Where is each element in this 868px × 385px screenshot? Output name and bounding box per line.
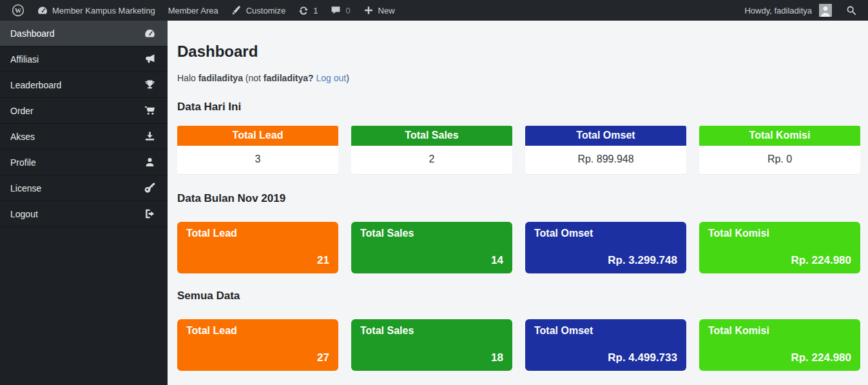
greeting-username: fadiladitya [198,73,243,83]
card-value: Rp. 224.980 [791,254,851,267]
card-total-lead: Total Lead3 [177,126,338,174]
gauge-icon [144,28,155,39]
card-total-komisi: Total KomisiRp. 224.980 [699,319,860,371]
card-label: Total Omset [534,325,677,337]
comments-count: 0 [345,6,350,15]
sidebar-item-order[interactable]: Order [0,98,168,124]
card-total-sales: Total Sales2 [351,126,512,174]
card-total-omset: Total OmsetRp. 899.948 [525,126,686,174]
card-label: Total Omset [534,228,677,239]
card-value: 27 [317,351,329,364]
site-name-link[interactable]: Member Kampus Marketing [31,0,162,21]
gauge-icon [37,5,48,15]
svg-text:W: W [15,7,21,14]
section-heading: Data Bulan Nov 2019 [177,192,860,205]
plus-icon [363,5,374,15]
card-label: Total Sales [360,325,503,337]
card-value: Rp. 899.948 [525,146,686,174]
updates-count: 1 [313,6,318,15]
card-total-komisi: Total KomisiRp. 224.980 [699,222,860,273]
card-label: Total Komisi [708,325,851,337]
sidebar-item-leaderboard[interactable]: Leaderboard [0,72,168,98]
sidebar-item-label: Akses [10,132,35,142]
greeting-username-2: fadiladitya? [264,73,314,83]
card-value: Rp. 0 [699,146,860,174]
stats-sections: Data Hari IniTotal Lead3Total Sales2Tota… [177,101,860,371]
page-title: Dashboard [177,43,860,61]
my-account-link[interactable]: Howdy, fadiladitya [738,0,838,21]
search-button[interactable] [838,0,862,21]
customize-link[interactable]: Customize [225,0,292,21]
sidebar-item-label: Dashboard [10,28,55,39]
bullhorn-icon [144,54,155,64]
user-icon [144,157,155,168]
updates-link[interactable]: 1 [292,0,324,21]
card-value: 3 [177,146,338,174]
sidebar-item-label: Affiliasi [10,54,39,64]
section-data-hari-ini: Data Hari IniTotal Lead3Total Sales2Tota… [177,101,860,174]
card-label: Total Lead [186,228,329,239]
howdy-text: Howdy, fadiladitya [744,6,815,15]
search-icon [846,5,856,15]
member-area-link[interactable]: Member Area [162,0,225,21]
greeting: Halo fadiladitya (not fadiladitya? Log o… [177,73,860,83]
section-heading: Semua Data [177,290,860,302]
card-label: Total Lead [177,126,338,146]
wordpress-menu[interactable]: W [5,0,31,21]
card-value: Rp. 4.499.733 [608,351,677,364]
sidebar-item-dashboard[interactable]: Dashboard [0,21,168,46]
logout-link[interactable]: Log out [316,73,347,83]
cards-grid: Total Lead27Total Sales18Total OmsetRp. … [177,319,860,371]
card-total-sales: Total Sales18 [351,319,512,371]
brush-icon [231,5,242,15]
sidebar-item-license[interactable]: License [0,175,168,201]
trophy-icon [144,79,155,90]
signout-icon [144,208,155,219]
sidebar-item-logout[interactable]: Logout [0,201,168,227]
page: W Member Kampus Marketing Member Area Cu… [0,0,868,385]
section-heading: Data Hari Ini [177,101,860,114]
avatar [819,4,832,17]
card-value: 18 [491,351,503,364]
download-icon [144,131,155,142]
cards-grid: Total Lead21Total Sales14Total OmsetRp. … [177,222,860,273]
card-total-lead: Total Lead21 [177,222,338,273]
section-data-bulan-nov-2019: Data Bulan Nov 2019Total Lead21Total Sal… [177,192,860,273]
admin-bar-right: Howdy, fadiladitya [738,0,868,21]
sidebar-item-label: Order [10,106,34,116]
card-value: Rp. 224.980 [791,351,851,364]
sidebar-item-label: Leaderboard [10,80,61,90]
card-label: Total Omset [525,126,686,146]
new-content-link[interactable]: New [357,0,401,21]
card-total-sales: Total Sales14 [351,222,512,273]
card-label: Total Komisi [699,126,860,146]
main-content: Dashboard Halo fadiladitya (not fadiladi… [168,21,868,385]
card-label: Total Sales [351,126,512,146]
card-value: 14 [491,254,503,267]
cart-icon [144,105,155,116]
card-label: Total Lead [186,325,329,337]
sidebar: DashboardAffiliasiLeaderboardOrderAksesP… [0,21,168,385]
card-label: Total Komisi [708,228,851,239]
card-label: Total Sales [360,228,503,239]
sidebar-item-label: License [10,183,41,193]
key-icon [144,183,155,193]
card-total-omset: Total OmsetRp. 4.499.733 [525,319,686,371]
sidebar-item-label: Profile [10,157,36,168]
card-total-omset: Total OmsetRp. 3.299.748 [525,222,686,273]
comments-icon [331,5,341,15]
card-total-lead: Total Lead27 [177,319,338,371]
comments-link[interactable]: 0 [324,0,356,21]
wordpress-logo-icon: W [12,4,24,17]
sidebar-item-affiliasi[interactable]: Affiliasi [0,46,168,72]
sidebar-item-profile[interactable]: Profile [0,150,168,175]
site-name: Member Kampus Marketing [52,6,155,15]
cards-grid: Total Lead3Total Sales2Total OmsetRp. 89… [177,126,860,174]
card-value: 21 [317,254,329,267]
sidebar-item-akses[interactable]: Akses [0,124,168,150]
section-semua-data: Semua DataTotal Lead27Total Sales18Total… [177,290,860,371]
admin-bar-left: W Member Kampus Marketing Member Area Cu… [0,0,401,21]
card-total-komisi: Total KomisiRp. 0 [699,126,860,174]
sidebar-item-label: Logout [10,209,38,219]
card-value: Rp. 3.299.748 [608,254,677,267]
